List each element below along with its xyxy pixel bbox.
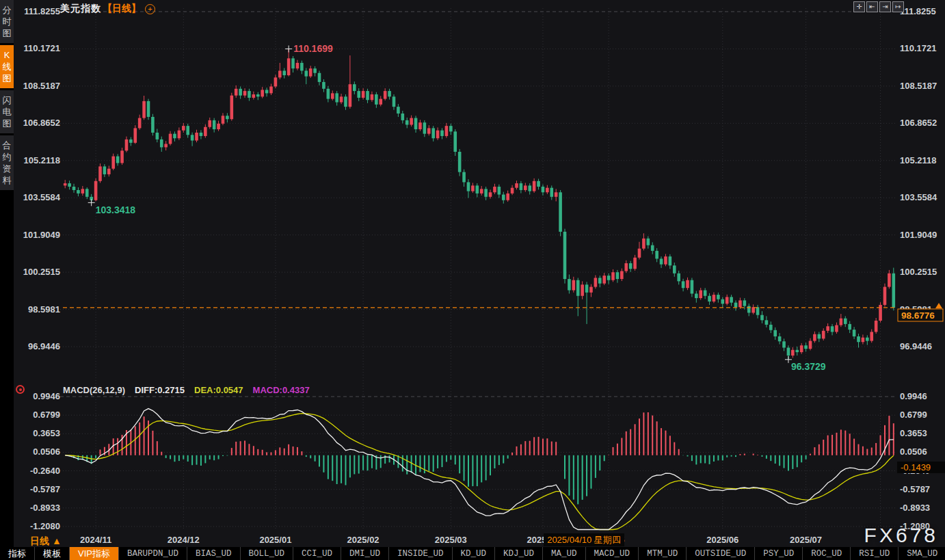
macd-axis-label-right: -0.5787 (900, 484, 930, 494)
macd-axis-label-left: -0.8933 (30, 503, 60, 513)
price-axis-label-left: 101.9049 (23, 230, 60, 240)
last-price-value: 98.6776 (901, 310, 935, 321)
macd-name: MACD(26,12,9) (63, 385, 125, 395)
crosshair-tool-icon[interactable]: ✛ (853, 1, 865, 12)
toolbar-item-rsi_ud[interactable]: RSI_UD (851, 547, 899, 560)
indicator-toolbar: 指标模板VIP指标BARUPDN_UDBIAS_UDBOLL_UDCCI_UDD… (0, 547, 945, 560)
pan-right-tool-icon[interactable]: ↦ (892, 1, 904, 12)
price-axis-label-left: 106.8652 (23, 118, 60, 128)
sidebar-tab-2[interactable]: 闪电图 (0, 90, 14, 133)
triangle-up-icon: ▲ (52, 535, 62, 546)
price-axis-label-right: 108.5187 (900, 81, 937, 91)
macd-axis-label-right: 0.0506 (900, 446, 927, 457)
axis-left-tool-icon[interactable]: ⇤ (866, 1, 878, 12)
main-chart-svg[interactable]: 111.8255111.8255110.1721110.1721108.5187… (0, 0, 945, 560)
sidebar-tab-3[interactable]: 合约资料 (0, 135, 14, 190)
toolbar-item-macd_ud[interactable]: MACD_UD (586, 547, 639, 560)
toolbar-item-sma_ud[interactable]: SMA_UD (899, 547, 945, 560)
toolbar-item-outside_ud[interactable]: OUTSIDE_UD (687, 547, 755, 560)
macd-axis-label-left: 0.0506 (33, 446, 60, 457)
macd-macd-value: MACD:0.4337 (253, 385, 310, 395)
price-axis-label-right: 100.2515 (900, 267, 937, 277)
period-tag: 【日线】 (103, 3, 141, 15)
symbol-name: 美元指数 (60, 3, 101, 15)
macd-axis-label-right: 0.6799 (900, 410, 927, 420)
price-up-arrow-icon (935, 303, 942, 308)
price-axis-label-left: 96.9446 (28, 341, 60, 351)
crosshair-date-label: 2025/04/10 星期四 (547, 535, 621, 545)
macd-axis-label-left: -0.5787 (30, 484, 60, 494)
date-axis-label: 2025/03 (435, 535, 467, 545)
crosshair-macd-value: -0.1439 (901, 462, 931, 472)
toolbar-item-inside_ud[interactable]: INSIDE_UD (389, 547, 453, 560)
toolbar-item-cci_ud[interactable]: CCI_UD (293, 547, 341, 560)
date-axis-label: 2024/12 (168, 535, 200, 545)
toolbar-item-barupdn_ud[interactable]: BARUPDN_UD (119, 547, 187, 560)
price-axis-label-left: 98.5981 (28, 304, 60, 315)
sidebar-tab-1[interactable]: K线图 (0, 45, 14, 88)
chart-plot-area[interactable] (63, 7, 896, 531)
macd-dea-value: DEA:0.0547 (194, 385, 243, 395)
toolbar-item-[interactable]: 模板 (35, 547, 70, 560)
macd-axis-label-right: -0.8933 (900, 503, 930, 513)
fx678-watermark: FX678 (864, 524, 938, 547)
price-axis-label-right: 96.9446 (900, 341, 932, 351)
macd-axis-label-left: 0.6799 (33, 410, 60, 420)
period-selector[interactable]: 日线 ▲ (30, 535, 62, 548)
price-axis-label-right: 105.2118 (900, 155, 937, 165)
price-axis-label-right: 111.8255 (900, 6, 936, 16)
price-axis-label-left: 108.5187 (23, 81, 60, 91)
add-indicator-icon[interactable]: + (145, 4, 155, 14)
sidebar-tab-0[interactable]: 分时图 (0, 0, 14, 43)
price-axis-label-left: 111.8255 (24, 6, 60, 16)
toolbar-item-kd_ud[interactable]: KD_UD (453, 547, 496, 560)
toolbar-item-psy_ud[interactable]: PSY_UD (755, 547, 803, 560)
macd-axis-label-left: -0.2640 (30, 466, 60, 476)
macd-header: MACD(26,12,9) DIFF:0.2715 DEA:0.0547 MAC… (63, 385, 310, 395)
price-axis-label-right: 110.1721 (900, 43, 937, 53)
period-label: 日线 (30, 535, 49, 546)
macd-axis-label-left: 0.9946 (33, 391, 60, 401)
axis-right-tool-icon[interactable]: ⇥ (879, 1, 891, 12)
price-axis-label-right: 103.5584 (900, 192, 937, 202)
indicator-record-icon[interactable] (16, 385, 25, 394)
app-window: 111.8255111.8255110.1721110.1721108.5187… (0, 0, 945, 560)
toolbar-item-boll_ud[interactable]: BOLL_UD (241, 547, 294, 560)
chart-tool-buttons: ✛⇤⇥↦ (853, 1, 904, 12)
price-axis-label-left: 103.5584 (23, 192, 61, 202)
price-axis-label-right: 101.9049 (900, 230, 937, 240)
date-axis-label: 2025/07 (790, 535, 822, 545)
price-axis-label-left: 110.1721 (23, 43, 60, 53)
price-axis-label-left: 100.2515 (23, 267, 60, 277)
macd-axis-label-right: 0.3653 (900, 428, 927, 438)
toolbar-item-vip[interactable]: VIP指标 (70, 547, 119, 560)
toolbar-item-mtm_ud[interactable]: MTM_UD (639, 547, 687, 560)
macd-axis-label-left: -1.2080 (30, 521, 60, 531)
date-axis-label: 2025/01 (259, 535, 291, 545)
macd-axis-label-right: 0.9946 (900, 391, 927, 401)
date-axis-label: 2024/11 (80, 535, 111, 545)
toolbar-item-ma_ud[interactable]: MA_UD (543, 547, 586, 560)
date-axis-label: 2025/02 (347, 535, 380, 545)
toolbar-item-dmi_ud[interactable]: DMI_UD (341, 547, 389, 560)
date-axis-label: 2025/06 (706, 535, 738, 545)
price-axis-label-right: 106.8652 (900, 118, 937, 128)
price-axis-label-left: 105.2118 (23, 155, 60, 165)
toolbar-item-kdj_ud[interactable]: KDJ_UD (495, 547, 543, 560)
macd-axis-label-left: 0.3653 (33, 428, 60, 438)
toolbar-item-bias_ud[interactable]: BIAS_UD (187, 547, 241, 560)
macd-diff-value: DIFF:0.2715 (135, 385, 185, 395)
toolbar-item-[interactable]: 指标 (0, 547, 35, 560)
sidebar: 分时图K线图闪电图合约资料 (0, 0, 14, 547)
chart-title: 美元指数 【日线】 + (60, 3, 155, 15)
toolbar-item-roc_ud[interactable]: ROC_UD (803, 547, 851, 560)
